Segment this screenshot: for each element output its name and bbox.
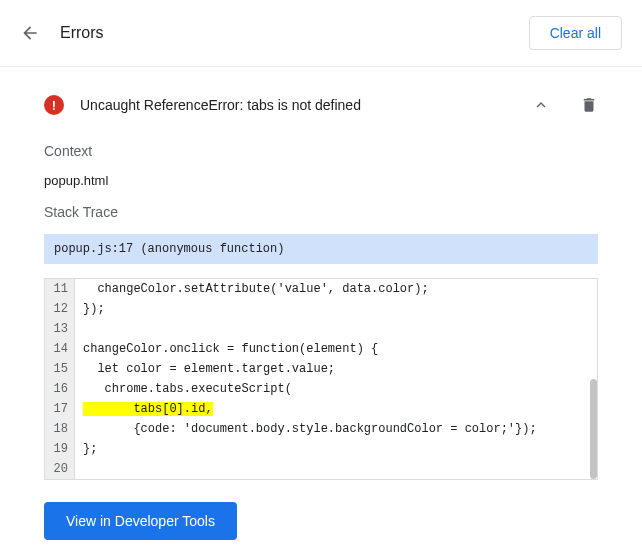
line-number: 16 — [45, 379, 75, 399]
content: ! Uncaught ReferenceError: tabs is not d… — [0, 67, 642, 556]
code-line: 15 let color = element.target.value; — [45, 359, 597, 379]
context-label: Context — [44, 143, 598, 159]
line-number: 12 — [45, 299, 75, 319]
code-viewer: 11 changeColor.setAttribute('value', dat… — [44, 278, 598, 480]
trash-icon[interactable] — [580, 96, 598, 114]
code-line: 14changeColor.onclick = function(element… — [45, 339, 597, 359]
code-line: 13 — [45, 319, 597, 339]
line-number: 13 — [45, 319, 75, 339]
header: Errors Clear all — [0, 0, 642, 67]
code-line: 18 {code: 'document.body.style.backgroun… — [45, 419, 597, 439]
line-content: }); — [75, 299, 105, 319]
error-message: Uncaught ReferenceError: tabs is not def… — [80, 97, 532, 113]
stack-frame[interactable]: popup.js:17 (anonymous function) — [44, 234, 598, 264]
line-content: changeColor.setAttribute('value', data.c… — [75, 279, 429, 299]
chevron-up-icon[interactable] — [532, 96, 550, 114]
highlighted-code: tabs[0].id, — [83, 402, 213, 416]
code-line: 11 changeColor.setAttribute('value', dat… — [45, 279, 597, 299]
clear-all-button[interactable]: Clear all — [529, 16, 622, 50]
error-icon: ! — [44, 95, 64, 115]
scrollbar[interactable] — [590, 379, 597, 479]
code-line: 19}; — [45, 439, 597, 459]
view-devtools-button[interactable]: View in Developer Tools — [44, 502, 237, 540]
line-number: 14 — [45, 339, 75, 359]
line-content: changeColor.onclick = function(element) … — [75, 339, 378, 359]
context-value: popup.html — [44, 173, 598, 188]
line-content: chrome.tabs.executeScript( — [75, 379, 292, 399]
line-content: tabs[0].id, — [75, 399, 213, 419]
line-content: let color = element.target.value; — [75, 359, 335, 379]
line-number: 11 — [45, 279, 75, 299]
line-number: 17 — [45, 399, 75, 419]
code-line: 16 chrome.tabs.executeScript( — [45, 379, 597, 399]
code-line: 20 — [45, 459, 597, 479]
code-line: 17 tabs[0].id, — [45, 399, 597, 419]
stack-trace-label: Stack Trace — [44, 204, 598, 220]
line-content: }; — [75, 439, 97, 459]
line-content — [75, 459, 83, 479]
line-number: 20 — [45, 459, 75, 479]
line-number: 15 — [45, 359, 75, 379]
line-content — [75, 319, 83, 339]
line-number: 19 — [45, 439, 75, 459]
line-content: {code: 'document.body.style.backgroundCo… — [75, 419, 537, 439]
line-number: 18 — [45, 419, 75, 439]
back-arrow-icon[interactable] — [20, 23, 40, 43]
error-row: ! Uncaught ReferenceError: tabs is not d… — [44, 83, 598, 127]
code-line: 12}); — [45, 299, 597, 319]
page-title: Errors — [60, 24, 529, 42]
